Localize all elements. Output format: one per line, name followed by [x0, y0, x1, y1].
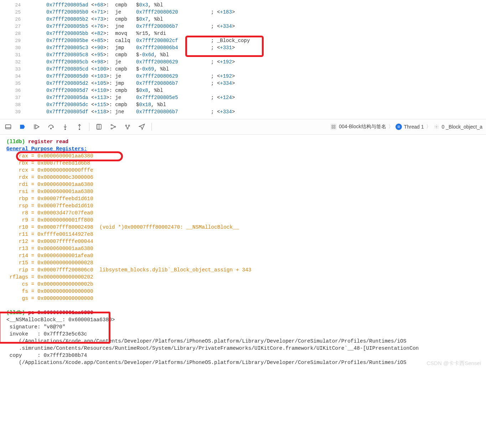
lldb-prompt: (lldb)	[6, 310, 25, 316]
po-output-line: copy : 0x7fff23b08b74	[6, 352, 483, 359]
asm-line[interactable]: 270x7fff200805b5 <+76>: jne 0x7fff200806…	[0, 23, 486, 30]
register-line: r15 = 0x0000000000000028	[6, 259, 483, 266]
register-line: r11 = 0xffffe001144927e8	[6, 231, 483, 238]
location-icon[interactable]	[137, 122, 146, 131]
po-output-line: (/Applications/Xcode.app/Contents/Develo…	[6, 338, 483, 345]
asm-line[interactable]: 300x7fff200805c3 <+90>: jmp 0x7fff200806…	[0, 44, 486, 51]
debug-toolbar: 004-Block结构与签名 〉 Thread 1 〉 0 _Block_obj…	[0, 119, 486, 135]
breadcrumb-frame[interactable]: 0 _Block_object_a	[442, 124, 482, 130]
register-line: rip = 0x00007fff200806c0 libsystem_block…	[6, 266, 483, 274]
asm-line[interactable]: 370x7fff200805da <+113>: je 0x7fff200805…	[0, 94, 486, 101]
register-line: rdi = 0x0000600001aa6380	[6, 181, 483, 188]
asm-line[interactable]: 290x7fff200805be <+85>: callq 0x7fff2008…	[0, 37, 486, 44]
po-output-line: .simruntime/Contents/Resources/RuntimeRo…	[6, 345, 483, 352]
registers-header: General Purpose Registers:	[6, 145, 483, 152]
asm-line[interactable]: 340x7fff200805d0 <+103>: je 0x7fff200806…	[0, 73, 486, 80]
asm-line[interactable]: 380x7fff200805dc <+115>: cmpb $0x18, %bl	[0, 101, 486, 108]
svg-point-12	[111, 128, 112, 129]
svg-point-17	[129, 125, 130, 126]
toolbar-separator	[151, 123, 152, 131]
svg-rect-10	[97, 124, 99, 129]
toggle-debug-area-icon[interactable]	[4, 122, 13, 131]
register-line: rax = 0x0000600001aa6380	[6, 152, 483, 160]
register-line: gs = 0x0000000000000000	[6, 295, 483, 302]
register-line: r12 = 0x00007fffffe00044	[6, 238, 483, 245]
register-line: r8 = 0x00003d477c07fea0	[6, 209, 483, 217]
lldb-prompt: (lldb)	[6, 139, 25, 145]
svg-line-19	[126, 126, 127, 128]
svg-point-11	[111, 124, 112, 125]
watermark: CSDN @卡卡西Sensei	[426, 360, 481, 367]
po-output-line: signature: "v8@?0"	[6, 323, 483, 330]
register-line: rsi = 0x0000600001aa6380	[6, 188, 483, 195]
register-line: rcx = 0x000000000000fffe	[6, 167, 483, 174]
asm-line[interactable]: 240x7fff200805ad <+68>: cmpb $0x3, %bl	[0, 1, 486, 9]
svg-point-4	[51, 128, 52, 129]
asm-line[interactable]: 260x7fff200805b2 <+73>: cmpb $0x7, %bl	[0, 16, 486, 23]
register-line: rsp = 0x00007ffeebd1d610	[6, 202, 483, 209]
breadcrumb-thread[interactable]: Thread 1	[404, 124, 424, 130]
svg-point-6	[65, 129, 66, 130]
register-line: rbx = 0x0007ffeebd1d6b8	[6, 160, 483, 167]
svg-line-15	[112, 127, 115, 129]
register-line: r14 = 0x00006000001afea0	[6, 252, 483, 259]
asm-line[interactable]: 330x7fff200805cd <+100>: cmpb $-0x69, %b…	[0, 66, 486, 73]
asm-line[interactable]: 350x7fff200805d2 <+105>: jmp 0x7fff20080…	[0, 80, 486, 87]
lldb-console[interactable]: (lldb) register read General Purpose Reg…	[0, 135, 486, 369]
register-line: r10 = 0x00007fff80002498 (void *)0x00007…	[6, 224, 483, 231]
view-debug-icon[interactable]	[94, 122, 104, 131]
gear-icon	[433, 124, 440, 130]
register-line: rbp = 0x00007ffeebd1d610	[6, 195, 483, 202]
svg-rect-21	[332, 125, 334, 126]
svg-point-18	[127, 128, 128, 129]
svg-line-14	[112, 125, 115, 126]
svg-point-28	[436, 126, 437, 127]
register-line: r9 = 0x00000000001ff800	[6, 217, 483, 224]
register-line: fs = 0x0000000000000000	[6, 288, 483, 295]
svg-rect-22	[334, 125, 335, 126]
svg-point-8	[79, 129, 80, 130]
step-out-icon[interactable]	[75, 122, 84, 131]
target-icon	[330, 124, 337, 130]
chevron-right-icon: 〉	[388, 124, 393, 130]
asm-line[interactable]: 390x7fff200805df <+118>: jne 0x7fff20080…	[0, 108, 486, 115]
po-output-line: (/Applications/Xcode.app/Contents/Develo…	[6, 359, 483, 366]
breadcrumb: 004-Block结构与签名 〉 Thread 1 〉 0 _Block_obj…	[330, 124, 482, 130]
svg-rect-24	[334, 127, 335, 129]
asm-line[interactable]: 250x7fff200805b0 <+71>: je 0x7fff2008062…	[0, 9, 486, 16]
asm-line[interactable]: 310x7fff200805c8 <+95>: cmpb $-0x6d, %bl	[0, 51, 486, 58]
continue-icon[interactable]	[32, 122, 41, 131]
step-into-icon[interactable]	[61, 122, 70, 131]
environment-icon[interactable]	[123, 122, 132, 131]
svg-marker-3	[36, 125, 39, 129]
po-output-line: invoke : 0x7fff23e5c63c	[6, 330, 483, 338]
command-po: po 0x0000600001aa6380	[28, 310, 93, 316]
step-over-icon[interactable]	[46, 122, 56, 131]
asm-line[interactable]: 280x7fff200805bb <+82>: movq %r15, %rdi	[0, 30, 486, 37]
svg-rect-0	[6, 125, 11, 129]
po-output-line: <__NSMallocBlock__: 0x600001aa6380>	[6, 316, 483, 323]
command-register-read: register read	[28, 139, 68, 145]
register-line: rflags = 0x0000000000000202	[6, 274, 483, 281]
register-line: cs = 0x000000000000002b	[6, 281, 483, 288]
asm-line[interactable]: 360x7fff200805d7 <+110>: cmpb $0x8, %bl	[0, 87, 486, 94]
thread-icon	[395, 124, 402, 130]
memory-graph-icon[interactable]	[109, 122, 118, 131]
register-line: rdx = 0x00000000c3000006	[6, 174, 483, 181]
toolbar-separator	[89, 123, 89, 131]
assembly-pane: 240x7fff200805ad <+68>: cmpb $0x3, %bl25…	[0, 0, 486, 119]
asm-line[interactable]: 320x7fff200805cb <+98>: je 0x7fff2008062…	[0, 58, 486, 66]
register-line: r13 = 0x0000600001aa6380	[6, 245, 483, 252]
chevron-right-icon: 〉	[426, 124, 431, 130]
svg-line-20	[128, 126, 129, 128]
svg-point-16	[125, 125, 126, 126]
breadcrumb-project[interactable]: 004-Block结构与签名	[339, 124, 386, 130]
svg-rect-23	[332, 127, 334, 129]
breakpoints-icon[interactable]	[18, 122, 27, 131]
svg-point-13	[114, 126, 115, 127]
